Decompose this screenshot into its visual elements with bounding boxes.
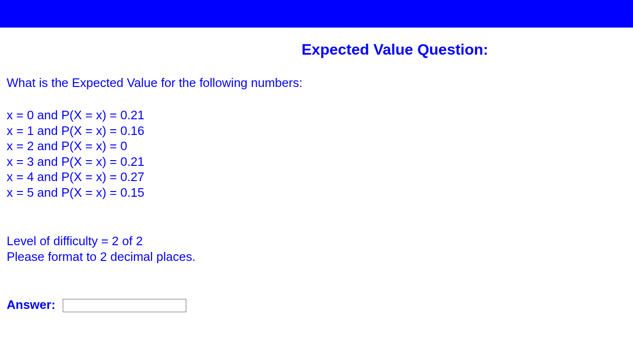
data-line: x = 0 and P(X = x) = 0.21: [7, 107, 626, 123]
answer-input[interactable]: [63, 299, 186, 312]
top-bar: [0, 0, 633, 28]
data-line: x = 5 and P(X = x) = 0.15: [7, 185, 626, 201]
question-prompt: What is the Expected Value for the follo…: [7, 76, 626, 90]
answer-label: Answer:: [7, 297, 56, 312]
page-title: Expected Value Question:: [7, 41, 626, 58]
data-points-list: x = 0 and P(X = x) = 0.21 x = 1 and P(X …: [7, 107, 626, 200]
difficulty-section: Level of difficulty = 2 of 2 Please form…: [7, 233, 626, 264]
data-line: x = 1 and P(X = x) = 0.16: [7, 123, 626, 139]
data-line: x = 3 and P(X = x) = 0.21: [7, 154, 626, 170]
format-line: Please format to 2 decimal places.: [7, 249, 626, 265]
data-line: x = 4 and P(X = x) = 0.27: [7, 169, 626, 185]
content-area: Expected Value Question: What is the Exp…: [0, 41, 633, 312]
answer-section: Answer:: [7, 297, 626, 312]
difficulty-line: Level of difficulty = 2 of 2: [7, 233, 626, 249]
data-line: x = 2 and P(X = x) = 0: [7, 138, 626, 154]
